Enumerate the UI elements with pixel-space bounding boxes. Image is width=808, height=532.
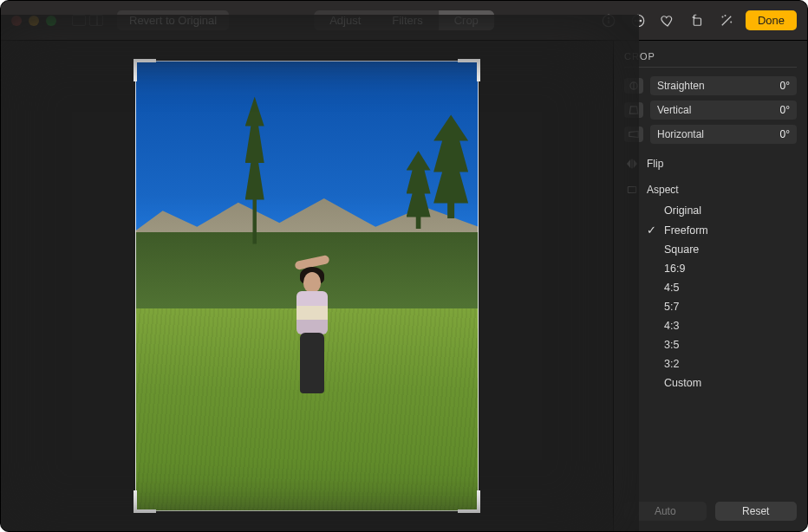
svg-point-5 xyxy=(637,20,639,22)
crop-handle-top-right[interactable] xyxy=(458,59,480,81)
aspect-option-label: 3:5 xyxy=(664,339,679,351)
aspect-option-custom[interactable]: Custom xyxy=(647,377,797,389)
flip-label: Flip xyxy=(647,158,663,170)
param-vertical[interactable]: Vertical 0° xyxy=(624,101,797,120)
aspect-options: Original ✓ Freeform Square 16:9 4:5 xyxy=(647,204,797,389)
aspect-option-16-9[interactable]: 16:9 xyxy=(647,263,797,275)
rotate-icon[interactable] xyxy=(687,10,707,31)
svg-point-4 xyxy=(635,20,636,22)
svg-rect-7 xyxy=(694,18,700,25)
horizontal-perspective-icon xyxy=(624,127,643,142)
param-label: Horizontal xyxy=(657,128,704,140)
toolbar-right: Done xyxy=(598,10,797,31)
aspect-option-label: 4:3 xyxy=(664,320,679,332)
param-value: 0° xyxy=(780,128,790,140)
canvas-area[interactable] xyxy=(1,41,613,531)
aspect-option-label: Custom xyxy=(664,377,701,389)
crop-handle-top-left[interactable] xyxy=(134,59,156,81)
svg-marker-13 xyxy=(629,107,637,114)
aspect-option-label: Freeform xyxy=(664,224,708,237)
window-controls xyxy=(11,16,56,26)
aspect-option-label: 5:7 xyxy=(664,301,679,313)
main-area: CROP Straighten 0° Vertical 0° xyxy=(1,41,807,531)
close-window-button[interactable] xyxy=(11,16,22,26)
reset-button[interactable]: Reset xyxy=(715,502,798,521)
fullscreen-window-button[interactable] xyxy=(46,16,56,26)
crop-handle-bottom-right[interactable] xyxy=(458,490,480,513)
revert-button[interactable]: Revert to Original xyxy=(117,10,229,30)
done-button[interactable]: Done xyxy=(746,10,797,30)
tab-filters[interactable]: Filters xyxy=(376,10,438,30)
minimize-window-button[interactable] xyxy=(29,16,39,26)
sidebar-title: CROP xyxy=(624,51,797,68)
aspect-option-5-7[interactable]: 5:7 xyxy=(647,301,797,313)
svg-marker-14 xyxy=(629,132,639,138)
svg-point-9 xyxy=(731,22,732,23)
view-toggle-group xyxy=(72,15,103,26)
crop-sidebar: CROP Straighten 0° Vertical 0° xyxy=(613,41,807,531)
edit-mode-tabs: Adjust Filters Crop xyxy=(314,10,494,30)
flip-row[interactable]: Flip xyxy=(624,158,797,170)
aspect-option-3-5[interactable]: 3:5 xyxy=(647,339,797,351)
param-label: Straighten xyxy=(657,80,705,92)
more-icon[interactable] xyxy=(628,10,648,31)
aspect-option-freeform[interactable]: ✓ Freeform xyxy=(647,224,797,237)
svg-point-10 xyxy=(725,15,726,16)
photos-edit-window: Revert to Original Adjust Filters Crop D… xyxy=(0,0,808,532)
single-view-toggle[interactable] xyxy=(72,15,86,26)
check-icon: ✓ xyxy=(647,224,657,237)
param-label: Vertical xyxy=(657,104,691,116)
aspect-option-square[interactable]: Square xyxy=(647,243,797,256)
straighten-icon xyxy=(624,78,643,94)
split-view-toggle[interactable] xyxy=(89,15,103,26)
flip-icon xyxy=(624,158,640,170)
svg-rect-15 xyxy=(628,187,635,193)
param-value: 0° xyxy=(780,80,790,92)
titlebar: Revert to Original Adjust Filters Crop D… xyxy=(1,1,807,41)
svg-point-6 xyxy=(640,20,642,22)
favorite-icon[interactable] xyxy=(657,10,678,31)
aspect-option-label: 3:2 xyxy=(664,358,679,370)
aspect-option-label: Original xyxy=(664,204,701,217)
aspect-row[interactable]: Aspect xyxy=(624,184,797,196)
aspect-option-label: 16:9 xyxy=(664,263,685,275)
aspect-label: Aspect xyxy=(647,184,679,196)
aspect-option-label: 4:5 xyxy=(664,282,679,294)
tab-adjust[interactable]: Adjust xyxy=(314,10,376,30)
sidebar-footer: Auto Reset xyxy=(624,493,797,521)
param-straighten[interactable]: Straighten 0° xyxy=(624,76,797,95)
aspect-option-3-2[interactable]: 3:2 xyxy=(647,358,797,370)
crop-handle-bottom-left[interactable] xyxy=(134,490,156,513)
vertical-perspective-icon xyxy=(624,102,643,118)
aspect-icon xyxy=(624,184,640,196)
crop-frame[interactable] xyxy=(135,61,479,511)
aspect-option-4-5[interactable]: 4:5 xyxy=(647,282,797,294)
auto-button[interactable]: Auto xyxy=(624,502,707,521)
photo-preview xyxy=(135,61,479,511)
tab-crop[interactable]: Crop xyxy=(439,10,494,30)
svg-point-2 xyxy=(608,17,609,18)
aspect-option-4-3[interactable]: 4:3 xyxy=(647,320,797,332)
svg-point-8 xyxy=(722,16,723,17)
info-icon[interactable] xyxy=(598,10,619,31)
param-value: 0° xyxy=(780,104,790,116)
aspect-option-label: Square xyxy=(664,243,699,256)
param-horizontal[interactable]: Horizontal 0° xyxy=(624,125,797,144)
auto-enhance-icon[interactable] xyxy=(716,10,737,31)
aspect-option-original[interactable]: Original xyxy=(647,204,797,217)
